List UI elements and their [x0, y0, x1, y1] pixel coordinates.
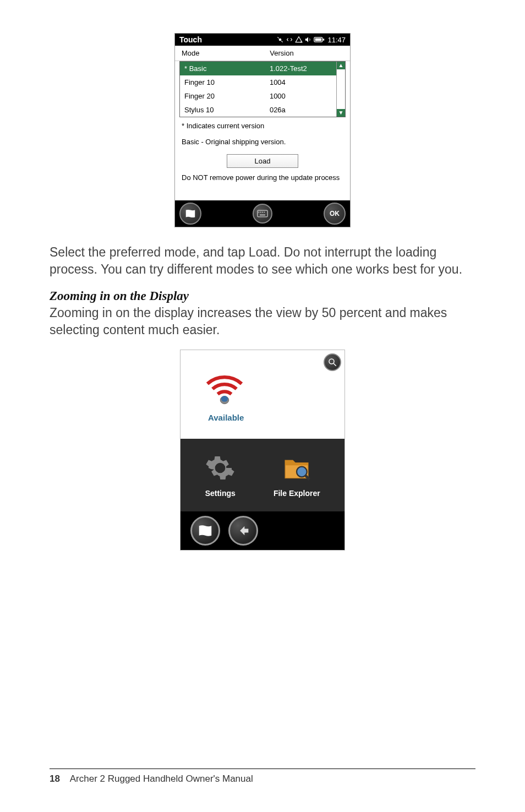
bottom-toolbar: OK — [175, 200, 350, 227]
gear-icon — [205, 453, 236, 483]
current-version-note: * Indicates current version — [182, 122, 343, 130]
paragraph-1: Select the preferred mode, and tap Load.… — [50, 244, 475, 278]
cell-mode: Finger 10 — [184, 78, 270, 86]
cell-version: 1.022-Test2 — [270, 64, 341, 73]
back-arrow-icon — [236, 523, 251, 538]
table-header: Mode Version — [175, 46, 350, 61]
cell-version: 1000 — [270, 92, 341, 100]
back-button[interactable] — [228, 516, 258, 546]
load-button[interactable]: Load — [227, 154, 299, 168]
wifi-icon — [203, 367, 333, 407]
tile-label: File Explorer — [274, 489, 320, 498]
battery-icon — [314, 36, 325, 43]
start-button[interactable] — [190, 516, 220, 546]
svg-rect-4 — [323, 39, 325, 40]
wifi-status-label: Available — [208, 413, 333, 422]
svg-line-12 — [333, 363, 336, 366]
document-title: Archer 2 Rugged Handheld Owner's Manual — [70, 773, 253, 784]
table-row[interactable]: Stylus 10 026a — [180, 103, 345, 117]
column-mode: Mode — [182, 49, 270, 57]
cell-mode: * Basic — [184, 64, 270, 73]
zoom-button[interactable] — [324, 353, 341, 371]
file-explorer-tile[interactable]: File Explorer — [274, 453, 320, 498]
svg-rect-6 — [259, 212, 260, 213]
satellite-icon — [276, 36, 284, 43]
ok-button[interactable]: OK — [324, 203, 346, 225]
windows-flag-icon — [197, 522, 214, 539]
svg-rect-10 — [260, 215, 265, 216]
column-version: Version — [270, 49, 343, 57]
keyboard-icon — [257, 210, 268, 217]
status-tray: x 11:47 — [276, 36, 346, 44]
page-number: 18 — [50, 773, 60, 784]
svg-rect-5 — [258, 210, 267, 217]
svg-point-14 — [221, 396, 228, 402]
table-row[interactable]: Finger 20 1000 — [180, 89, 345, 103]
magnifier-icon — [327, 357, 337, 367]
svg-rect-7 — [260, 212, 261, 213]
table-row[interactable]: Finger 10 1004 — [180, 75, 345, 89]
svg-point-15 — [297, 467, 307, 477]
page-footer: 18 Archer 2 Rugged Handheld Owner's Manu… — [50, 769, 475, 784]
start-button[interactable] — [179, 203, 201, 225]
svg-line-16 — [306, 476, 310, 479]
clock: 11:47 — [327, 36, 346, 44]
volume-icon — [304, 36, 312, 43]
paragraph-2: Zooming in on the display increases the … — [50, 304, 475, 339]
keyboard-button[interactable] — [253, 204, 272, 224]
tile-label: Settings — [205, 489, 236, 498]
svg-rect-3 — [315, 39, 322, 41]
window-title: Touch — [179, 35, 202, 44]
windows-flag-icon — [184, 208, 196, 220]
title-bar: Touch x 11:47 — [175, 34, 350, 46]
mode-description: Basic - Original shipping version. — [182, 138, 343, 146]
scroll-down-icon[interactable]: ▼ — [337, 109, 345, 117]
tile-row: Settings File Explorer — [181, 439, 344, 511]
cell-mode: Stylus 10 — [184, 106, 270, 114]
notes-area: * Indicates current version Basic - Orig… — [175, 117, 350, 200]
home-top-panel: Available — [181, 350, 344, 439]
zoom-display-screenshot: Available Settings File Explorer — [180, 350, 345, 551]
svg-point-0 — [279, 39, 282, 41]
cell-mode: Finger 20 — [184, 92, 270, 100]
svg-text:x: x — [300, 40, 302, 43]
scroll-up-icon[interactable]: ▲ — [337, 62, 345, 69]
power-warning: Do NOT remove power during the update pr… — [182, 173, 343, 182]
mode-list: * Basic 1.022-Test2 Finger 10 1004 Finge… — [179, 61, 346, 117]
scrollbar[interactable]: ▲ ▼ — [336, 62, 345, 117]
cell-version: 026a — [270, 106, 341, 114]
bottom-nav — [181, 511, 344, 550]
folder-search-icon — [281, 453, 312, 483]
settings-tile[interactable]: Settings — [205, 453, 236, 498]
subsection-heading: Zooming in on the Display — [50, 289, 475, 303]
svg-point-11 — [329, 359, 334, 364]
signal-icon: x — [295, 36, 303, 43]
svg-rect-9 — [264, 212, 265, 213]
table-row[interactable]: * Basic 1.022-Test2 — [180, 62, 345, 75]
cell-version: 1004 — [270, 78, 341, 86]
svg-rect-8 — [262, 212, 263, 213]
ok-label: OK — [330, 210, 340, 217]
sync-icon — [286, 36, 293, 43]
touch-settings-screenshot: Touch x 11:47 Mode Version * Basic 1.022… — [174, 33, 351, 227]
